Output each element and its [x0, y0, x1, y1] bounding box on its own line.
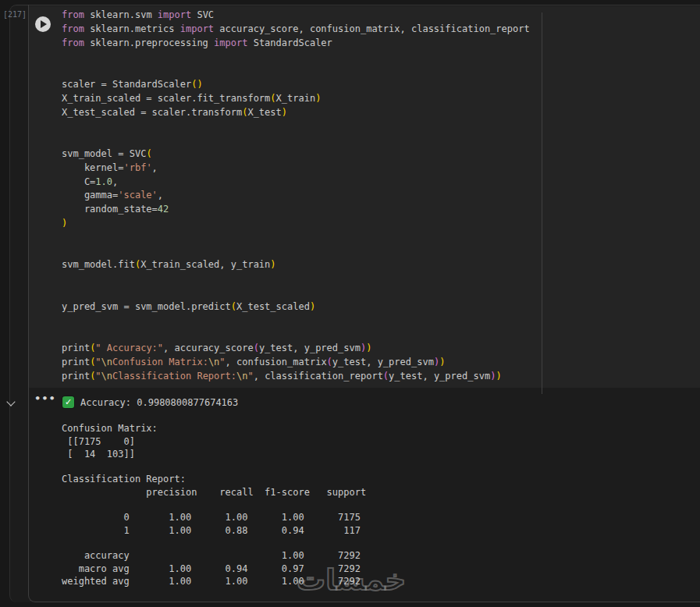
output-accuracy-text: Accuracy: 0.9980800877674163: [80, 397, 238, 408]
code-content[interactable]: from sklearn.svm import SVCfrom sklearn.…: [62, 9, 692, 384]
chevron-down-icon: [6, 397, 15, 406]
editor-ruler: [542, 12, 542, 394]
check-icon: ✓: [62, 396, 74, 408]
output-more-actions-button[interactable]: •••: [34, 392, 52, 406]
play-icon: [41, 20, 47, 28]
output-report-text: Confusion Matrix: [[7175 0] [ 14 103]] C…: [62, 410, 366, 587]
run-cell-button[interactable]: [35, 16, 51, 32]
code-editor[interactable]: from sklearn.svm import SVCfrom sklearn.…: [29, 6, 700, 388]
execution-count: [217]: [3, 10, 27, 19]
collapse-output-button[interactable]: [7, 398, 16, 407]
